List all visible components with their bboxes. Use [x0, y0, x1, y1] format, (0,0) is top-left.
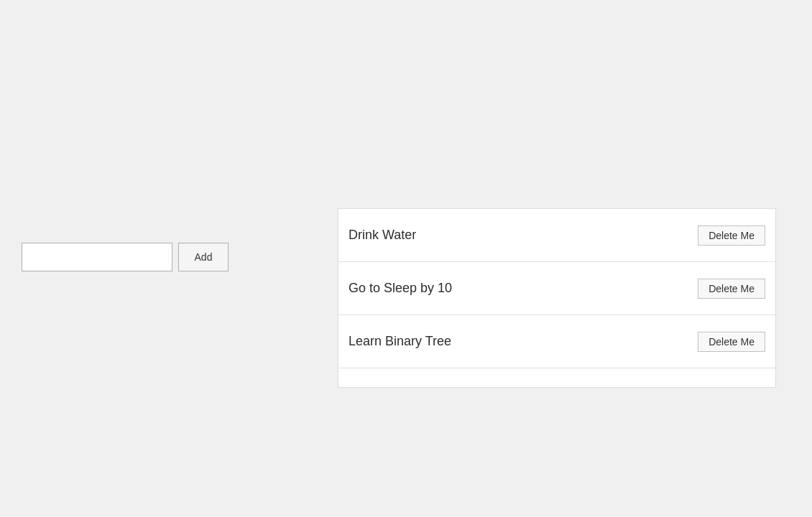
task-input[interactable]	[22, 243, 172, 271]
task-item: Go to Sleep by 10Delete Me	[338, 262, 775, 315]
task-text: Learn Binary Tree	[349, 334, 451, 349]
task-list-container[interactable]: Drink WaterDelete MeGo to Sleep by 10Del…	[338, 208, 776, 388]
task-item: Learn Binary TreeDelete Me	[338, 315, 775, 368]
task-item: Drink WaterDelete Me	[338, 209, 775, 262]
task-text: Drink Water	[349, 228, 416, 243]
add-button[interactable]: Add	[178, 243, 229, 271]
input-area: Add	[22, 243, 229, 271]
task-text: Go to Sleep by 10	[349, 281, 452, 296]
delete-button[interactable]: Delete Me	[698, 225, 765, 246]
delete-button[interactable]: Delete Me	[698, 279, 765, 299]
partial-task-item	[338, 368, 775, 388]
delete-button[interactable]: Delete Me	[698, 332, 765, 352]
